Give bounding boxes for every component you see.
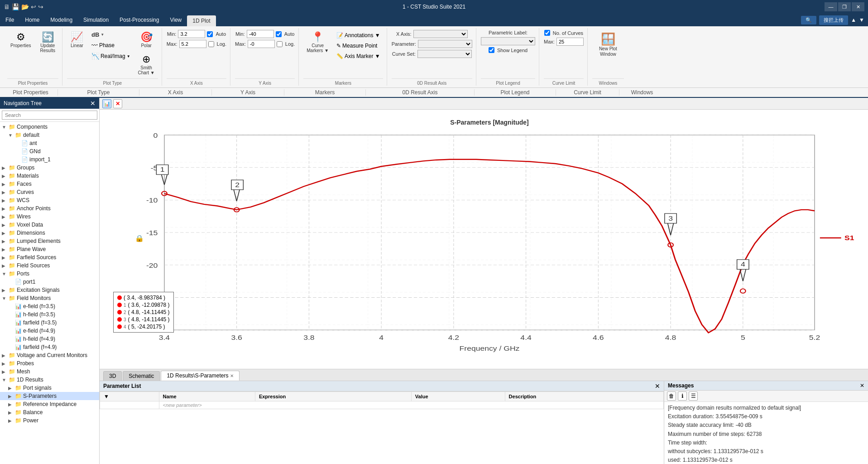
tree-item-hfield35[interactable]: 📊h-field (f=3.5): [0, 310, 99, 319]
tree-item-vcmonitors[interactable]: ▶📁Voltage and Current Monitors: [0, 351, 99, 359]
tree-item-refimpedance[interactable]: ▶📁Reference Impedance: [0, 400, 99, 408]
properties-button[interactable]: ⚙ Properties: [7, 30, 34, 50]
od-x-axis-select[interactable]: [413, 30, 468, 38]
tree-item-field_src[interactable]: ▶📁Field Sources: [0, 261, 99, 270]
tree-item-voxel[interactable]: ▶📁Voxel Data: [0, 221, 99, 229]
y-auto-check[interactable]: [276, 31, 282, 37]
tree-item-groups[interactable]: ▶📁Groups: [0, 164, 99, 172]
smith-chart-button[interactable]: ⊕ SmithChart ▼: [135, 52, 158, 77]
tree-item-lumped[interactable]: ▶📁Lumped Elements: [0, 237, 99, 245]
msg-list-button[interactable]: ☰: [689, 392, 698, 401]
polar-button[interactable]: 🎯 Polar: [135, 30, 158, 50]
quick-save-icon[interactable]: 💾: [12, 3, 19, 10]
x-log-check[interactable]: [208, 41, 214, 47]
undo-icon[interactable]: ↩: [31, 3, 36, 10]
minimize-button[interactable]: —: [825, 2, 837, 11]
plot-close-button[interactable]: ✕: [113, 99, 122, 108]
plot-view-button[interactable]: 📊: [102, 99, 111, 108]
menu-extra-down[interactable]: ▼: [859, 17, 864, 23]
param-col-filter[interactable]: ▼: [100, 392, 159, 401]
axis-marker-button[interactable]: 📏 Axis Marker ▼: [334, 52, 383, 61]
tree-item-gnd[interactable]: 📄GNd: [0, 147, 99, 155]
tree-item-farfield49[interactable]: 📊farfield (f=4.9): [0, 343, 99, 351]
tree-item-farfield35[interactable]: 📊farfield (f=3.5): [0, 319, 99, 327]
tree-item-1dresults[interactable]: ▼📁1D Results: [0, 376, 99, 384]
menu-modeling[interactable]: Modeling: [45, 14, 78, 26]
db-button[interactable]: dB ▼: [89, 30, 133, 39]
tree-item-planewave[interactable]: ▶📁Plane Wave: [0, 245, 99, 253]
real-imag-button[interactable]: 📉 Real/Imag ▼: [89, 51, 133, 61]
nav-tree-close-button[interactable]: ✕: [90, 100, 96, 107]
tree-item-probes[interactable]: ▶📁Probes: [0, 359, 99, 367]
update-results-button[interactable]: 🔄 UpdateResults: [37, 30, 58, 55]
menu-file[interactable]: File: [0, 14, 19, 26]
tree-item-components[interactable]: ▼📁Components: [0, 123, 99, 131]
menu-simulation[interactable]: Simulation: [78, 14, 114, 26]
linear-button[interactable]: 📈 Linear: [67, 30, 87, 50]
x-min-input[interactable]: [178, 30, 205, 38]
curve-markers-button[interactable]: 📍 CurveMarkers ▼: [303, 30, 332, 55]
od-parameter-select[interactable]: [418, 40, 472, 48]
tree-item-efield35[interactable]: 📊e-field (f=3.5): [0, 302, 99, 310]
y-min-input[interactable]: [247, 30, 274, 38]
tree-item-curves[interactable]: ▶📁Curves: [0, 188, 99, 196]
menu-1d-plot[interactable]: 1D Plot: [187, 15, 216, 26]
tree-item-anchor[interactable]: ▶📁Anchor Points: [0, 204, 99, 213]
search-button[interactable]: 🔍: [801, 16, 816, 24]
msg-info-button[interactable]: ℹ: [678, 392, 687, 401]
measure-point-button[interactable]: ✎ Measure Point: [334, 41, 383, 50]
y-max-input[interactable]: [248, 40, 275, 48]
tree-item-balance[interactable]: ▶📁Balance: [0, 408, 99, 416]
tree-item-excitation[interactable]: ▶📁Excitation Signals: [0, 286, 99, 294]
param-new-placeholder[interactable]: <new parameter>: [159, 401, 663, 409]
msg-panel-close-button[interactable]: ✕: [860, 382, 864, 389]
show-legend-check[interactable]: [489, 47, 494, 53]
y-log-check[interactable]: [277, 41, 283, 47]
x-max-input[interactable]: [179, 40, 206, 48]
param-panel-close-button[interactable]: ✕: [655, 382, 660, 390]
no-of-curves-check[interactable]: [544, 30, 550, 36]
parametric-label-select[interactable]: [481, 37, 535, 45]
tree-item-faces[interactable]: ▶📁Faces: [0, 180, 99, 188]
restore-button[interactable]: ❐: [838, 2, 851, 11]
redo-icon[interactable]: ↪: [38, 3, 43, 10]
tree-item-wires[interactable]: ▶📁Wires: [0, 213, 99, 221]
param-col-value[interactable]: Value: [411, 392, 505, 401]
tree-item-materials[interactable]: ▶📁Materials: [0, 172, 99, 180]
tab-schematic[interactable]: Schematic: [123, 371, 160, 381]
menu-post-processing[interactable]: Post-Processing: [114, 14, 164, 26]
tree-item-efield49[interactable]: 📊e-field (f=4.9): [0, 327, 99, 335]
od-curve-set-select[interactable]: [417, 50, 472, 58]
tree-item-sparams[interactable]: ▶📁S-Parameters: [0, 392, 99, 400]
tab-1d-close-button[interactable]: ✕: [230, 373, 234, 378]
menu-view[interactable]: View: [164, 14, 187, 26]
tree-item-default[interactable]: ▼📁default: [0, 131, 99, 139]
tree-item-power[interactable]: ▶📁Power: [0, 416, 99, 425]
param-col-description[interactable]: Description: [505, 392, 663, 401]
nav-tree-search-input[interactable]: [2, 111, 97, 120]
tree-item-ant[interactable]: 📄ant: [0, 139, 99, 147]
tree-item-ports[interactable]: ▼📁Ports: [0, 270, 99, 278]
tab-1d-sparams[interactable]: 1D Results\S-Parameters ✕: [161, 371, 240, 381]
menu-extra-up[interactable]: ▲: [851, 17, 856, 23]
upload-button[interactable]: 搜拦上传: [819, 15, 848, 25]
tree-item-mesh[interactable]: ▶📁Mesh: [0, 367, 99, 376]
tree-item-import1[interactable]: 📄import_1: [0, 155, 99, 164]
open-icon[interactable]: 📂: [21, 3, 29, 10]
msg-clear-button[interactable]: 🗑: [667, 392, 676, 401]
x-auto-check[interactable]: [207, 31, 213, 37]
tab-3d[interactable]: 3D: [103, 371, 122, 381]
new-plot-window-button[interactable]: 🪟 New PlotWindow: [592, 30, 624, 59]
tree-item-wcs[interactable]: ▶📁WCS: [0, 196, 99, 204]
param-col-name[interactable]: Name: [159, 392, 255, 401]
close-button[interactable]: ✕: [852, 2, 864, 11]
tree-item-dimensions[interactable]: ▶📁Dimensions: [0, 229, 99, 237]
tree-item-field_monitors[interactable]: ▼📁Field Monitors: [0, 294, 99, 302]
tree-item-farfield_src[interactable]: ▶📁Farfield Sources: [0, 253, 99, 261]
param-col-expression[interactable]: Expression: [255, 392, 411, 401]
tree-item-hfield49[interactable]: 📊h-field (f=4.9): [0, 335, 99, 343]
menu-home[interactable]: Home: [19, 14, 45, 26]
annotations-button[interactable]: 📝 Annotations ▼: [334, 31, 383, 40]
curve-limit-max-input[interactable]: [556, 38, 584, 46]
tree-item-port1[interactable]: 📄port1: [0, 278, 99, 286]
